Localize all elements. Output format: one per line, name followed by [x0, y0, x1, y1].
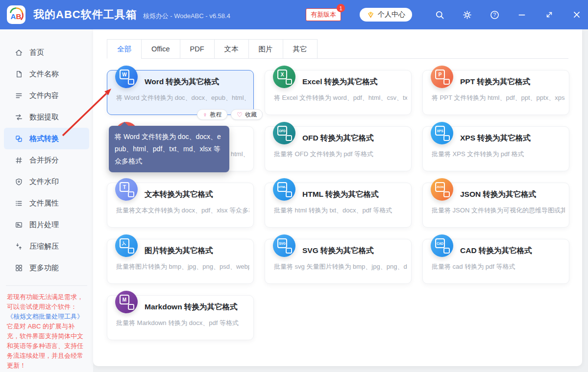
sidebar: 首页 文件名称 文件内容 数据提取 格式转换 合并拆分 文件水印 文件属性 [0, 29, 93, 372]
tutorial-label: 教程 [210, 111, 221, 119]
hash-icon [15, 156, 23, 164]
resize-icon [545, 10, 554, 19]
card-excel-convert[interactable]: X Excel 转换为其它格式 将 Excel 文件转换为 word、pdf、h… [265, 70, 412, 115]
minimize-icon [517, 10, 526, 19]
json-file-icon: JSON [431, 178, 453, 201]
settings-button[interactable] [462, 10, 472, 20]
sidebar-item-label: 文件水印 [29, 177, 59, 186]
card-desc: 将 Word 文件转换为 doc、docx、epub、html、pdf、txt、… [116, 93, 249, 102]
card-text-convert[interactable]: T 文本转换为其它格式 批量将文本文件转换为 docx、pdf、xlsx 等众多… [107, 183, 254, 228]
html-file-icon: HTML [273, 178, 295, 201]
tab-image[interactable]: 图片 [248, 39, 283, 59]
notice-line2: 它是对 ABC 的扩展与补充，软件界面支持简体中文和英语等多种语言、支持任务流连… [7, 323, 83, 369]
card-title: CAD 转换为其它格式 [460, 246, 532, 256]
profile-center-button[interactable]: 个人中心 [360, 8, 412, 22]
sidebar-item-format-convert[interactable]: 格式转换 [4, 128, 89, 149]
card-markdown-convert[interactable]: M Markdown 转换为其它格式 批量将 Markdown 转换为 docx… [107, 295, 254, 340]
tab-all[interactable]: 全部 [107, 39, 142, 59]
new-version-badge[interactable]: 有新版本 1 [306, 8, 341, 21]
image-file-icon [115, 234, 138, 257]
svg-text:A: A [11, 12, 16, 21]
excel-file-icon: X [273, 66, 295, 88]
card-title: 文本转换为其它格式 [145, 189, 213, 200]
search-button[interactable] [435, 10, 444, 20]
tab-other[interactable]: 其它 [283, 39, 318, 59]
card-title: 图片转换为其它格式 [145, 246, 213, 256]
minimize-button[interactable] [517, 10, 527, 20]
sidebar-item-home[interactable]: 首页 [0, 42, 93, 63]
update-count-badge: 1 [337, 4, 345, 12]
ppt-file-icon: P [431, 66, 453, 88]
card-title: Excel 转换为其它格式 [302, 77, 377, 87]
card-desc: 批量将 cad 转换为 pdf 等格式 [432, 262, 565, 271]
card-desc: 批量将 svg 矢量图片转换为 bmp、jpg、png、docx [274, 262, 407, 271]
card-desc: 批量将文本文件转换为 docx、pdf、xlsx 等众多格式 [116, 206, 249, 215]
card-html-convert[interactable]: HTML HTML 转换为其它格式 批量将 html 转换为 txt、docx、… [265, 183, 412, 228]
card-svg-convert[interactable]: SVG SVG 转换为其它格式 批量将 svg 矢量图片转换为 bmp、jpg、… [265, 239, 412, 284]
word-card-tooltip: 将 Word 文件转换为 doc、docx、epub、html、pdf、txt、… [109, 126, 229, 172]
main-panel: 全部 Office PDF 文本 图片 其它 W Word 转换为其它格式 将 … [93, 29, 582, 366]
sidebar-item-label: 首页 [29, 48, 44, 57]
app-logo: A B [7, 5, 25, 24]
gear-icon [463, 10, 472, 20]
grid-icon [15, 264, 23, 272]
svg-file-icon: SVG [273, 234, 295, 257]
card-json-convert[interactable]: JSON JSON 转换为其它格式 批量将 JSON 文件转换为可视化的思维导图… [422, 183, 569, 228]
tutorial-button[interactable]: ♀ 教程 [197, 109, 228, 120]
sidebar-item-label: 文件属性 [29, 199, 59, 208]
sidebar-item-more[interactable]: 更多功能 [0, 257, 93, 279]
sidebar-item-image-process[interactable]: 图片处理 [0, 214, 93, 235]
sidebar-item-label: 数据提取 [29, 113, 59, 122]
card-xps-convert[interactable]: XPS XPS 转换为其它格式 批量将 XPS 文件转换为 pdf 格式 [422, 126, 569, 171]
close-icon [572, 10, 581, 19]
card-title: OFD 转换为其它格式 [302, 133, 374, 143]
favorite-button[interactable]: ♡ 收藏 [231, 109, 263, 120]
card-ppt-convert[interactable]: P PPT 转换为其它格式 将 PPT 文件转换为 html、pdf、ppt、p… [422, 70, 569, 115]
help-button[interactable]: ? [490, 10, 499, 20]
home-icon [15, 48, 23, 57]
card-desc: 批量将 Markdown 转换为 docx、pdf 等格式 [116, 319, 249, 327]
sidebar-item-file-props[interactable]: 文件属性 [0, 192, 93, 214]
card-desc-fragment: html、 [231, 150, 249, 159]
compress-arrows-icon [15, 242, 23, 251]
close-button[interactable] [572, 10, 582, 20]
sidebar-item-label: 格式转换 [29, 134, 59, 143]
tab-text[interactable]: 文本 [214, 39, 249, 59]
card-desc: 将 Excel 文件转换为 word、pdf、html、csv、txt、s [274, 93, 407, 102]
sidebar-item-compress[interactable]: 压缩解压 [0, 235, 93, 257]
bulb-icon: ♀ [203, 112, 208, 118]
tab-pdf[interactable]: PDF [180, 39, 215, 59]
card-word-convert[interactable]: W Word 转换为其它格式 将 Word 文件转换为 doc、docx、epu… [107, 70, 254, 115]
sidebar-item-data-extract[interactable]: 数据提取 [0, 106, 93, 128]
card-title: Markdown 转换为其它格式 [145, 302, 237, 312]
text-file-icon: T [115, 178, 138, 201]
sidebar-item-merge-split[interactable]: 合并拆分 [0, 149, 93, 171]
card-desc: 批量将 JSON 文件转换为可视化的思维导图或其它格式 [432, 206, 565, 215]
swap-arrows-icon [15, 113, 23, 121]
card-desc: 批量将 html 转换为 txt、docx、pdf 等格式 [274, 206, 407, 215]
tab-office[interactable]: Office [141, 39, 180, 59]
cad-file-icon: CAD [431, 234, 453, 257]
sidebar-item-file-name[interactable]: 文件名称 [0, 63, 93, 85]
maximize-button[interactable] [544, 10, 554, 20]
sidebar-item-label: 图片处理 [29, 220, 59, 230]
card-desc: 批量将图片转换为 bmp、jpg、png、psd、webp、 [116, 262, 249, 271]
card-title: JSON 转换为其它格式 [460, 189, 536, 200]
notice-tool-link[interactable]: 《核烁文档批量处理工具》 [7, 312, 86, 322]
word-file-icon: W [115, 66, 138, 88]
picture-icon [15, 221, 23, 229]
card-ofd-convert[interactable]: OFD OFD 转换为其它格式 批量将 OFD 文件转换为 pdf 等格式 [265, 126, 412, 171]
xps-file-icon: XPS [431, 122, 453, 144]
abc-logo-icon: A B [7, 5, 25, 24]
file-icon [15, 70, 23, 78]
sidebar-item-label: 压缩解压 [29, 242, 59, 251]
shield-icon [15, 178, 23, 186]
sidebar-item-watermark[interactable]: 文件水印 [0, 171, 93, 192]
card-cad-convert[interactable]: CAD CAD 转换为其它格式 批量将 cad 转换为 pdf 等格式 [422, 239, 569, 284]
card-desc: 批量将 OFD 文件转换为 pdf 等格式 [274, 150, 407, 159]
card-title: XPS 转换为其它格式 [460, 133, 531, 143]
heart-icon: ♡ [237, 112, 243, 118]
card-image-convert[interactable]: 图片转换为其它格式 批量将图片转换为 bmp、jpg、png、psd、webp、 [107, 239, 254, 284]
sidebar-item-file-content[interactable]: 文件内容 [0, 85, 93, 106]
list-dots-icon [15, 199, 23, 208]
